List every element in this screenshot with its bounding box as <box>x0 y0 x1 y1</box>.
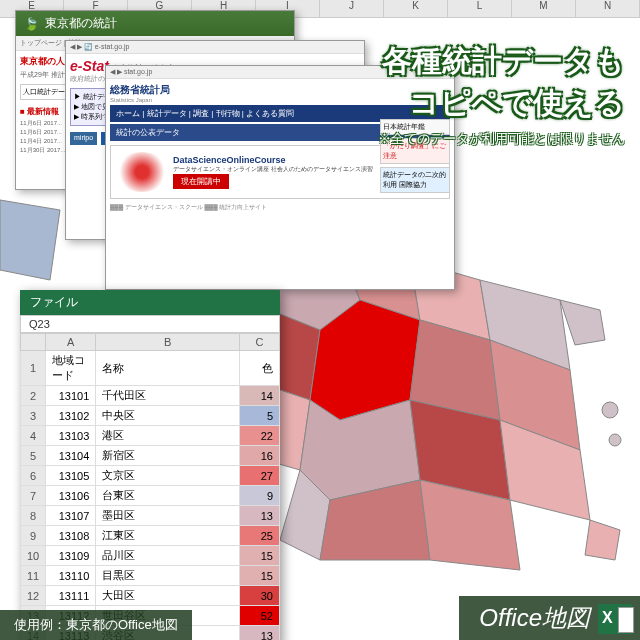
estat-logo: e-Stat <box>70 58 109 74</box>
table-row[interactable]: 613105文京区27 <box>21 466 280 486</box>
ds-button: 現在開講中 <box>173 174 229 189</box>
browser-title: 🍃 東京都の統計 <box>16 11 294 36</box>
ad-intl: 統計データの二次的利用 国際協力 <box>380 167 450 193</box>
excel-window: ファイル Q23 A B C 1地域コード名称色213101千代田区143131… <box>20 290 280 640</box>
table-row[interactable]: 913108江東区25 <box>21 526 280 546</box>
footer-brand: Office地図 <box>459 596 640 640</box>
cell-reference[interactable]: Q23 <box>20 315 280 333</box>
excel-icon <box>598 604 632 634</box>
footer-caption: 使用例：東京都のOffice地図 <box>0 610 192 640</box>
table-row[interactable]: 713106台東区9 <box>21 486 280 506</box>
headline-note: ※全てのデータが利用可能とは限りません <box>378 130 625 148</box>
table-row[interactable]: 1013109品川区15 <box>21 546 280 566</box>
browser-nav: ◀ ▶ 🔄 e-stat.go.jp <box>66 41 364 54</box>
headline-line2: コピペで使える <box>378 82 625 124</box>
ds-title: DataScienceOnlineCourse <box>173 155 373 165</box>
table-row[interactable]: 513104新宿区16 <box>21 446 280 466</box>
headline: 各種統計データも コピペで使える ※全てのデータが利用可能とは限りません <box>378 40 625 148</box>
col-header-row: A B C <box>21 334 280 351</box>
ginkgo-icon: 🍃 <box>24 17 39 31</box>
table-header-row[interactable]: 1地域コード名称色 <box>21 351 280 386</box>
ds-sub: データサイエンス・オンライン講座 社会人のためのデータサイエンス演習 <box>173 165 373 174</box>
svg-point-1 <box>609 434 621 446</box>
excel-ribbon-file[interactable]: ファイル <box>20 290 280 315</box>
headline-line1: 各種統計データも <box>378 40 625 82</box>
table-row[interactable]: 1113110目黒区15 <box>21 566 280 586</box>
ds-graphic <box>117 152 167 192</box>
table-row[interactable]: 313102中央区5 <box>21 406 280 426</box>
table-row[interactable]: 213101千代田区14 <box>21 386 280 406</box>
svg-point-0 <box>602 402 618 418</box>
data-table[interactable]: A B C 1地域コード名称色213101千代田区14313102中央区5413… <box>20 333 280 640</box>
table-row[interactable]: 413103港区22 <box>21 426 280 446</box>
table-row[interactable]: 1213111大田区30 <box>21 586 280 606</box>
brand-text: Office地図 <box>479 604 590 631</box>
table-row[interactable]: 813107墨田区13 <box>21 506 280 526</box>
